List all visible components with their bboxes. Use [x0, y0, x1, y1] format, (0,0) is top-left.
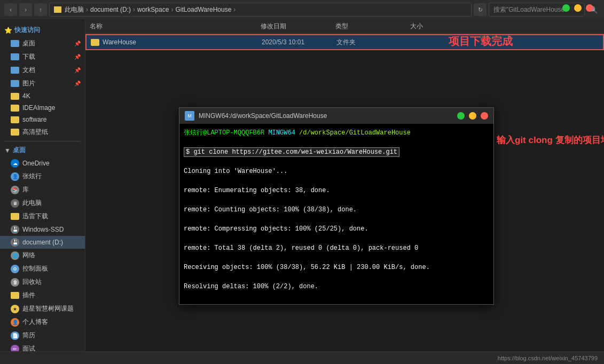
- sidebar-item-label: 图片: [22, 79, 35, 88]
- draw-icon: ✏: [11, 345, 19, 352]
- bottom-bar: https://blog.csdn.net/weixin_45743799: [0, 351, 604, 364]
- breadcrumb[interactable]: 此电脑 › document (D:) › workSpace › GitLoa…: [49, 3, 472, 17]
- breadcrumb-gitloadwarehouse[interactable]: GitLoadWareHouse: [175, 6, 231, 13]
- terminal-icon: M: [185, 111, 194, 121]
- terminal-body[interactable]: 张炫行@LAPTOP-MQQQFB6R MINGW64 /d/workSpace…: [179, 124, 493, 304]
- terminal-window[interactable]: M MINGW64:/d/workSpace/GitLoadWareHouse …: [179, 107, 494, 305]
- sidebar-item-resume[interactable]: 📄 简历: [0, 329, 85, 342]
- main-area: ⭐ 快速访问 桌面 📌 下载 📌 文档 📌 图片 📌: [0, 19, 604, 351]
- terminal-maximize-btn[interactable]: [457, 112, 465, 120]
- xunlei-folder-icon: [11, 213, 19, 220]
- desktop-section-header[interactable]: ▼ 桌面: [0, 144, 85, 157]
- sidebar-item-chaostar[interactable]: ★ 超星智慧树网课题: [0, 302, 85, 315]
- file-list-header: 名称 修改日期 类型 大小: [85, 19, 604, 34]
- breadcrumb-folder-icon: [54, 6, 61, 13]
- 4k-folder-icon: [11, 93, 19, 100]
- sidebar-item-network[interactable]: 🌐 网络: [0, 249, 85, 262]
- blog-icon: 👤: [11, 318, 19, 327]
- up-button[interactable]: ↑: [34, 3, 47, 16]
- sidebar-item-4k[interactable]: 4K: [0, 90, 85, 102]
- sidebar-item-draw[interactable]: ✏ 面试: [0, 342, 85, 351]
- top-red-btn[interactable]: [586, 4, 593, 12]
- sidebar-item-thispc[interactable]: 🖥 此电脑: [0, 196, 85, 210]
- sidebar-item-wallpaper[interactable]: 高清壁纸: [0, 125, 85, 139]
- ideaimage-folder-icon: [11, 105, 19, 112]
- file-date-cell: 2020/5/3 10:01: [262, 38, 336, 46]
- sidebar-item-library[interactable]: 📚 库: [0, 183, 85, 196]
- warehouse-folder-icon: [91, 39, 99, 46]
- sidebar-item-xunlei[interactable]: 迅雷下载: [0, 210, 85, 223]
- term-command: $ git clone https://gitee.com/wei-weixia…: [184, 147, 399, 157]
- sidebar-item-desktop[interactable]: 桌面 📌: [0, 37, 85, 50]
- desktop-folder-icon: [11, 40, 19, 47]
- terminal-title: MINGW64:/d/workSpace/GitLoadWareHouse: [199, 112, 453, 120]
- search-placeholder: 搜索"GitLoadWareHouse": [493, 5, 567, 14]
- sidebar-item-label: Windows-SSD: [22, 226, 64, 233]
- sidebar-item-label: 此电脑: [22, 199, 42, 208]
- sidebar-item-recycle[interactable]: 🗑 回收站: [0, 275, 85, 289]
- file-name-text: WareHouse: [103, 38, 136, 46]
- sidebar-item-label: document (D:): [22, 239, 63, 246]
- sidebar-item-label: 插件: [22, 291, 35, 300]
- sidebar-item-label: 高清壁纸: [22, 128, 48, 137]
- sidebar-item-pictures[interactable]: 图片 📌: [0, 77, 85, 90]
- sidebar-item-documents[interactable]: 文档 📌: [0, 64, 85, 77]
- term-mingw1: MINGW64: [268, 129, 295, 137]
- back-button[interactable]: ‹: [4, 3, 17, 16]
- sidebar-item-downloads[interactable]: 下载 📌: [0, 50, 85, 64]
- sidebar-item-onedrive[interactable]: ☁ OneDrive: [0, 157, 85, 170]
- term-output-2: remote: Enumerating objects: 38, done.: [184, 186, 489, 195]
- forward-button[interactable]: ›: [19, 3, 32, 16]
- pin-icon-doc: 📌: [74, 67, 81, 73]
- sidebar-item-label: 简历: [22, 331, 35, 340]
- terminal-close-btn[interactable]: [481, 112, 488, 120]
- documents-folder-icon: [11, 67, 19, 74]
- sidebar-item-document-d[interactable]: 💾 document (D:): [0, 236, 85, 249]
- sidebar-item-software[interactable]: software: [0, 114, 85, 125]
- sidebar-item-plugin[interactable]: 插件: [0, 289, 85, 302]
- top-traffic-lights: [562, 4, 593, 12]
- sidebar: ⭐ 快速访问 桌面 📌 下载 📌 文档 📌 图片 📌: [0, 19, 85, 351]
- col-name-header: 名称: [90, 22, 261, 31]
- pin-icon: 📌: [74, 41, 81, 46]
- ssd-icon: 💾: [11, 225, 19, 234]
- top-yellow-btn[interactable]: [574, 4, 582, 12]
- downloads-folder-icon: [11, 53, 19, 60]
- term-path1: /d/workSpace/GitLoadWareHouse: [299, 129, 411, 137]
- term-output-6: Receiving objects: 100% (38/38), 56.22 K…: [184, 263, 489, 272]
- breadcrumb-thispc[interactable]: 此电脑: [65, 5, 84, 14]
- sidebar-item-label: 回收站: [22, 278, 42, 287]
- quick-access-label: 快速访问: [14, 26, 40, 35]
- library-icon: 📚: [11, 186, 19, 194]
- sidebar-item-blog[interactable]: 👤 个人博客: [0, 315, 85, 329]
- pin-icon-pic: 📌: [74, 81, 81, 86]
- term-output-4: remote: Compressing objects: 100% (25/25…: [184, 224, 489, 234]
- desktop-section-label: 桌面: [13, 146, 26, 155]
- table-row[interactable]: WareHouse 2020/5/3 10:01 文件夹: [85, 34, 604, 50]
- file-list: 名称 修改日期 类型 大小 WareHouse 2020/5/3 10:01 文…: [85, 19, 604, 351]
- term-output-3: remote: Counting objects: 100% (38/38), …: [184, 205, 489, 215]
- breadcrumb-workspace[interactable]: workSpace: [137, 6, 169, 13]
- top-green-btn[interactable]: [562, 4, 570, 12]
- software-folder-icon: [11, 116, 19, 123]
- sidebar-item-label: 下载: [22, 52, 35, 61]
- sidebar-item-label: IDEAImage: [22, 104, 55, 112]
- person-icon: 👤: [11, 172, 19, 181]
- sidebar-item-label: 迅雷下载: [22, 212, 48, 221]
- sidebar-item-label: 桌面: [22, 39, 35, 48]
- sidebar-item-person[interactable]: 👤 张炫行: [0, 170, 85, 183]
- wallpaper-folder-icon: [11, 129, 19, 136]
- sidebar-item-label: 超星智慧树网课题: [22, 304, 74, 313]
- refresh-button[interactable]: ↻: [474, 3, 487, 16]
- terminal-minimize-btn[interactable]: [469, 112, 476, 120]
- breadcrumb-document[interactable]: document (D:): [90, 6, 131, 13]
- sidebar-item-ideaimage[interactable]: IDEAImage: [0, 102, 85, 114]
- sidebar-item-control[interactable]: ⚙ 控制面板: [0, 262, 85, 275]
- quick-access-header[interactable]: ⭐ 快速访问: [0, 23, 85, 37]
- col-type-header: 类型: [335, 22, 410, 31]
- star-icon: ★: [11, 305, 19, 313]
- pin-icon-dl: 📌: [74, 54, 81, 60]
- sidebar-item-label: OneDrive: [22, 160, 50, 167]
- sidebar-item-windows-ssd[interactable]: 💾 Windows-SSD: [0, 223, 85, 236]
- term-output-5: remote: Total 38 (delta 2), reused 0 (de…: [184, 243, 489, 253]
